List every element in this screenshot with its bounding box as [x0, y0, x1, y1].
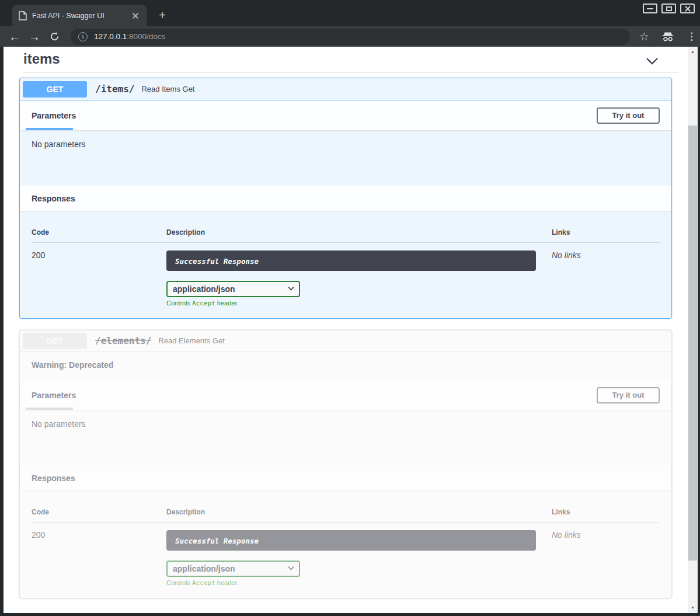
- operation-summary: Read Items Get: [141, 85, 194, 93]
- method-badge[interactable]: GET: [23, 81, 87, 98]
- maximize-button[interactable]: [661, 4, 676, 13]
- code-column-header: Code: [32, 228, 166, 236]
- minimize-button[interactable]: [643, 4, 657, 13]
- operation-summary: Read Elements Get: [158, 336, 224, 345]
- url-path: :8000/docs: [127, 32, 165, 41]
- responses-table-header: Code Description Links: [32, 228, 660, 243]
- media-type-select-wrap: application/json: [166, 281, 300, 297]
- description-column-header: Description: [166, 228, 552, 236]
- minimize-icon: [647, 8, 653, 9]
- response-description-box: Successful Response: [166, 250, 536, 271]
- bookmark-star-icon[interactable]: ☆: [639, 30, 649, 43]
- reload-icon: [50, 32, 60, 41]
- tag-section-header[interactable]: items: [23, 51, 678, 71]
- operation-path[interactable]: /items/: [95, 83, 134, 95]
- description-column-header: Description: [166, 508, 552, 516]
- deprecated-warning: Warning: Deprecated: [20, 351, 671, 380]
- parameters-body: No parameters: [20, 130, 671, 186]
- media-type-select[interactable]: application/json: [166, 281, 300, 297]
- opblock-get-elements-deprecated: GET /elements/ Read Elements Get Warning…: [19, 330, 672, 598]
- page-viewport: items GET /items/ Read Items Get Paramet…: [4, 47, 698, 613]
- new-tab-button[interactable]: +: [155, 8, 170, 23]
- tag-title: items: [23, 51, 60, 67]
- response-description-cell: Successful Response application/json Con…: [166, 530, 552, 587]
- opblock-get-items: GET /items/ Read Items Get Parameters Tr…: [19, 78, 672, 319]
- url-host: 127.0.0.1: [94, 32, 127, 41]
- operation-summary-bar[interactable]: GET /items/ Read Items Get: [20, 78, 671, 100]
- links-column-header: Links: [552, 228, 660, 236]
- responses-body: Code Description Links 200 Successful Re…: [20, 490, 671, 587]
- response-row: 200 Successful Response application/json…: [32, 243, 660, 307]
- media-type-select[interactable]: application/json: [166, 561, 300, 577]
- links-column-header: Links: [552, 508, 660, 516]
- code-column-header: Code: [32, 508, 166, 516]
- try-it-out-button[interactable]: Try it out: [597, 107, 660, 124]
- accept-header-note: Controls Accept header.: [166, 300, 552, 307]
- browser-toolbar: ← → 127.0.0.1:8000/docs ☆ ⋮: [0, 26, 700, 47]
- chevron-down-icon[interactable]: [645, 55, 659, 66]
- no-parameters-label: No parameters: [32, 419, 86, 429]
- swagger-content: items GET /items/ Read Items Get Paramet…: [4, 47, 688, 613]
- address-bar[interactable]: 127.0.0.1:8000/docs: [71, 29, 630, 45]
- url-text[interactable]: 127.0.0.1:8000/docs: [94, 32, 165, 41]
- response-description-box: Successful Response: [166, 530, 536, 551]
- parameters-header: Parameters Try it out: [20, 380, 671, 410]
- links-value: No links: [552, 250, 660, 307]
- responses-title: Responses: [32, 474, 75, 483]
- tag-divider: [23, 72, 678, 72]
- tab-close-icon[interactable]: [131, 11, 140, 20]
- response-code: 200: [32, 250, 166, 307]
- back-button[interactable]: ←: [6, 28, 23, 46]
- scrollbar-thumb[interactable]: [688, 126, 697, 561]
- close-button[interactable]: [680, 4, 695, 13]
- document-icon: [19, 11, 27, 20]
- forward-button[interactable]: →: [26, 28, 43, 46]
- operation-path[interactable]: /elements/: [95, 335, 151, 346]
- media-type-select-wrap: application/json: [166, 561, 300, 577]
- method-badge[interactable]: GET: [23, 333, 87, 349]
- parameters-title: Parameters: [32, 111, 76, 120]
- close-icon: [684, 5, 691, 12]
- responses-header: Responses: [20, 465, 671, 490]
- tab-title: Fast API - Swagger UI: [32, 12, 131, 20]
- incognito-icon: [661, 32, 675, 42]
- scrollbar-up-arrow-icon[interactable]: ▲: [688, 48, 698, 56]
- responses-table-header: Code Description Links: [32, 508, 660, 523]
- parameters-title: Parameters: [32, 391, 76, 400]
- site-info-icon[interactable]: [78, 32, 88, 41]
- response-code: 200: [32, 530, 166, 587]
- links-value: No links: [552, 530, 660, 587]
- try-it-out-button[interactable]: Try it out: [597, 387, 660, 403]
- browser-tab[interactable]: Fast API - Swagger UI: [12, 5, 147, 26]
- browser-titlebar: Fast API - Swagger UI +: [0, 0, 700, 26]
- page-scrollbar[interactable]: ▲ ▼: [688, 47, 698, 613]
- responses-header: Responses: [20, 186, 671, 211]
- maximize-icon: [666, 6, 672, 11]
- response-row: 200 Successful Response application/json: [32, 523, 660, 587]
- reload-button[interactable]: [46, 28, 63, 46]
- responses-body: Code Description Links 200 Successful Re…: [20, 211, 671, 307]
- accept-header-note: Controls Accept header.: [166, 579, 552, 587]
- active-tab-underline: [26, 128, 73, 130]
- toolbar-right: ☆ ⋮: [639, 30, 696, 43]
- browser-menu-icon[interactable]: ⋮: [687, 30, 696, 43]
- operation-summary-bar[interactable]: GET /elements/ Read Elements Get: [20, 330, 671, 351]
- responses-title: Responses: [32, 194, 75, 203]
- response-description-cell: Successful Response application/json Con…: [166, 250, 552, 307]
- scrollbar-down-arrow-icon[interactable]: ▼: [688, 604, 698, 612]
- parameters-body: No parameters: [20, 410, 671, 465]
- no-parameters-label: No parameters: [32, 140, 86, 149]
- parameters-header: Parameters Try it out: [20, 100, 671, 130]
- window-controls: [643, 4, 695, 13]
- active-tab-underline: [26, 408, 73, 410]
